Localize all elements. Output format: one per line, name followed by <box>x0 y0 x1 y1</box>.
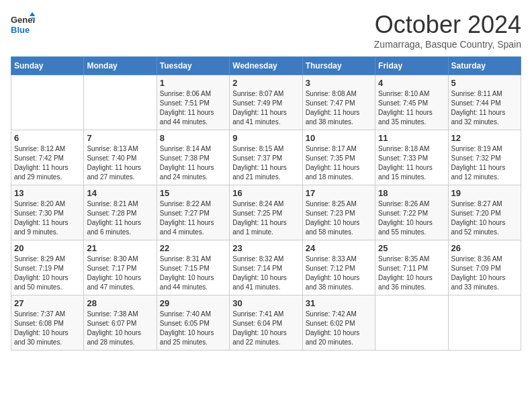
day-info: Sunrise: 7:41 AMSunset: 6:04 PMDaylight:… <box>232 310 299 347</box>
day-number: 7 <box>87 133 153 143</box>
day-info: Sunrise: 8:25 AMSunset: 7:23 PMDaylight:… <box>306 199 372 237</box>
day-header-saturday: Saturday <box>448 57 521 75</box>
calendar-cell: 2Sunrise: 8:07 AMSunset: 7:49 PMDaylight… <box>230 75 302 130</box>
day-number: 2 <box>232 78 299 88</box>
day-info: Sunrise: 8:26 AMSunset: 7:22 PMDaylight:… <box>378 199 445 237</box>
day-number: 5 <box>451 78 518 88</box>
day-header-monday: Monday <box>84 57 157 75</box>
calendar-cell: 13Sunrise: 8:20 AMSunset: 7:30 PMDayligh… <box>11 185 84 240</box>
day-number: 31 <box>306 298 372 308</box>
day-info: Sunrise: 8:24 AMSunset: 7:25 PMDaylight:… <box>232 199 299 237</box>
calendar-cell: 29Sunrise: 7:40 AMSunset: 6:05 PMDayligh… <box>157 295 229 351</box>
day-number: 21 <box>87 243 153 253</box>
day-header-thursday: Thursday <box>302 57 375 75</box>
day-info: Sunrise: 8:10 AMSunset: 7:45 PMDaylight:… <box>378 89 445 127</box>
logo-icon: General Blue <box>11 11 35 38</box>
day-number: 10 <box>306 133 372 143</box>
calendar-cell: 21Sunrise: 8:30 AMSunset: 7:17 PMDayligh… <box>84 240 157 295</box>
day-info: Sunrise: 8:30 AMSunset: 7:17 PMDaylight:… <box>87 255 153 292</box>
day-number: 15 <box>160 188 226 198</box>
title-block: October 2024 Zumarraga, Basque Country, … <box>374 11 521 50</box>
day-info: Sunrise: 8:21 AMSunset: 7:28 PMDaylight:… <box>87 199 153 237</box>
calendar-cell: 30Sunrise: 7:41 AMSunset: 6:04 PMDayligh… <box>230 295 302 351</box>
calendar-cell: 16Sunrise: 8:24 AMSunset: 7:25 PMDayligh… <box>230 185 302 240</box>
calendar-cell: 24Sunrise: 8:33 AMSunset: 7:12 PMDayligh… <box>302 240 375 295</box>
day-number: 1 <box>160 78 226 88</box>
calendar-cell: 14Sunrise: 8:21 AMSunset: 7:28 PMDayligh… <box>84 185 157 240</box>
calendar-cell: 15Sunrise: 8:22 AMSunset: 7:27 PMDayligh… <box>157 185 229 240</box>
calendar-cell: 3Sunrise: 8:08 AMSunset: 7:47 PMDaylight… <box>302 75 375 130</box>
day-info: Sunrise: 8:13 AMSunset: 7:40 PMDaylight:… <box>87 144 153 182</box>
calendar-cell: 18Sunrise: 8:26 AMSunset: 7:22 PMDayligh… <box>375 185 448 240</box>
day-info: Sunrise: 8:18 AMSunset: 7:33 PMDaylight:… <box>378 144 445 182</box>
day-number: 6 <box>14 133 81 143</box>
day-info: Sunrise: 8:33 AMSunset: 7:12 PMDaylight:… <box>306 255 372 292</box>
day-number: 12 <box>451 133 518 143</box>
calendar-cell: 28Sunrise: 7:38 AMSunset: 6:07 PMDayligh… <box>84 295 157 351</box>
day-header-tuesday: Tuesday <box>157 57 229 75</box>
day-info: Sunrise: 8:14 AMSunset: 7:38 PMDaylight:… <box>160 144 226 182</box>
calendar-cell: 8Sunrise: 8:14 AMSunset: 7:38 PMDaylight… <box>157 130 229 185</box>
calendar-cell: 6Sunrise: 8:12 AMSunset: 7:42 PMDaylight… <box>11 130 84 185</box>
calendar-cell: 4Sunrise: 8:10 AMSunset: 7:45 PMDaylight… <box>375 75 448 130</box>
day-info: Sunrise: 8:17 AMSunset: 7:35 PMDaylight:… <box>306 144 372 182</box>
day-info: Sunrise: 8:15 AMSunset: 7:37 PMDaylight:… <box>232 144 299 182</box>
location-subtitle: Zumarraga, Basque Country, Spain <box>374 39 521 50</box>
day-number: 20 <box>14 243 81 253</box>
day-info: Sunrise: 8:07 AMSunset: 7:49 PMDaylight:… <box>232 89 299 127</box>
calendar-cell: 7Sunrise: 8:13 AMSunset: 7:40 PMDaylight… <box>84 130 157 185</box>
day-number: 8 <box>160 133 226 143</box>
day-info: Sunrise: 8:08 AMSunset: 7:47 PMDaylight:… <box>306 89 372 127</box>
day-number: 9 <box>232 133 299 143</box>
calendar-cell: 10Sunrise: 8:17 AMSunset: 7:35 PMDayligh… <box>302 130 375 185</box>
day-info: Sunrise: 8:29 AMSunset: 7:19 PMDaylight:… <box>14 255 81 292</box>
calendar-cell: 1Sunrise: 8:06 AMSunset: 7:51 PMDaylight… <box>157 75 229 130</box>
calendar-cell <box>448 295 521 351</box>
calendar-cell: 31Sunrise: 7:42 AMSunset: 6:02 PMDayligh… <box>302 295 375 351</box>
day-info: Sunrise: 7:42 AMSunset: 6:02 PMDaylight:… <box>306 310 372 347</box>
calendar-cell: 20Sunrise: 8:29 AMSunset: 7:19 PMDayligh… <box>11 240 84 295</box>
day-number: 19 <box>451 188 518 198</box>
day-header-friday: Friday <box>375 57 448 75</box>
svg-text:Blue: Blue <box>11 25 30 35</box>
day-info: Sunrise: 8:20 AMSunset: 7:30 PMDaylight:… <box>14 199 81 237</box>
day-info: Sunrise: 8:19 AMSunset: 7:32 PMDaylight:… <box>451 144 518 182</box>
calendar-cell: 9Sunrise: 8:15 AMSunset: 7:37 PMDaylight… <box>230 130 302 185</box>
calendar-cell: 12Sunrise: 8:19 AMSunset: 7:32 PMDayligh… <box>448 130 521 185</box>
day-info: Sunrise: 8:11 AMSunset: 7:44 PMDaylight:… <box>451 89 518 127</box>
day-number: 17 <box>306 188 372 198</box>
calendar-cell: 23Sunrise: 8:32 AMSunset: 7:14 PMDayligh… <box>230 240 302 295</box>
day-number: 4 <box>378 78 445 88</box>
day-header-wednesday: Wednesday <box>230 57 302 75</box>
svg-text:General: General <box>11 15 35 25</box>
day-number: 25 <box>378 243 445 253</box>
day-number: 18 <box>378 188 445 198</box>
calendar-cell: 22Sunrise: 8:31 AMSunset: 7:15 PMDayligh… <box>157 240 229 295</box>
day-number: 23 <box>232 243 299 253</box>
day-header-sunday: Sunday <box>11 57 84 75</box>
day-info: Sunrise: 8:31 AMSunset: 7:15 PMDaylight:… <box>160 255 226 292</box>
day-info: Sunrise: 8:22 AMSunset: 7:27 PMDaylight:… <box>160 199 226 237</box>
day-number: 27 <box>14 298 81 308</box>
day-number: 16 <box>232 188 299 198</box>
logo: General Blue <box>11 11 35 40</box>
day-number: 30 <box>232 298 299 308</box>
calendar-cell: 11Sunrise: 8:18 AMSunset: 7:33 PMDayligh… <box>375 130 448 185</box>
day-number: 29 <box>160 298 226 308</box>
calendar-cell: 17Sunrise: 8:25 AMSunset: 7:23 PMDayligh… <box>302 185 375 240</box>
svg-marker-2 <box>30 12 35 16</box>
calendar-cell: 19Sunrise: 8:27 AMSunset: 7:20 PMDayligh… <box>448 185 521 240</box>
day-number: 28 <box>87 298 153 308</box>
day-number: 11 <box>378 133 445 143</box>
day-number: 13 <box>14 188 81 198</box>
day-info: Sunrise: 8:06 AMSunset: 7:51 PMDaylight:… <box>160 89 226 127</box>
day-number: 22 <box>160 243 226 253</box>
day-info: Sunrise: 8:12 AMSunset: 7:42 PMDaylight:… <box>14 144 81 182</box>
day-info: Sunrise: 7:38 AMSunset: 6:07 PMDaylight:… <box>87 310 153 347</box>
day-info: Sunrise: 8:27 AMSunset: 7:20 PMDaylight:… <box>451 199 518 237</box>
day-info: Sunrise: 8:32 AMSunset: 7:14 PMDaylight:… <box>232 255 299 292</box>
day-info: Sunrise: 8:36 AMSunset: 7:09 PMDaylight:… <box>451 255 518 292</box>
calendar-cell: 27Sunrise: 7:37 AMSunset: 6:08 PMDayligh… <box>11 295 84 351</box>
calendar-cell: 26Sunrise: 8:36 AMSunset: 7:09 PMDayligh… <box>448 240 521 295</box>
calendar-cell <box>11 75 84 130</box>
